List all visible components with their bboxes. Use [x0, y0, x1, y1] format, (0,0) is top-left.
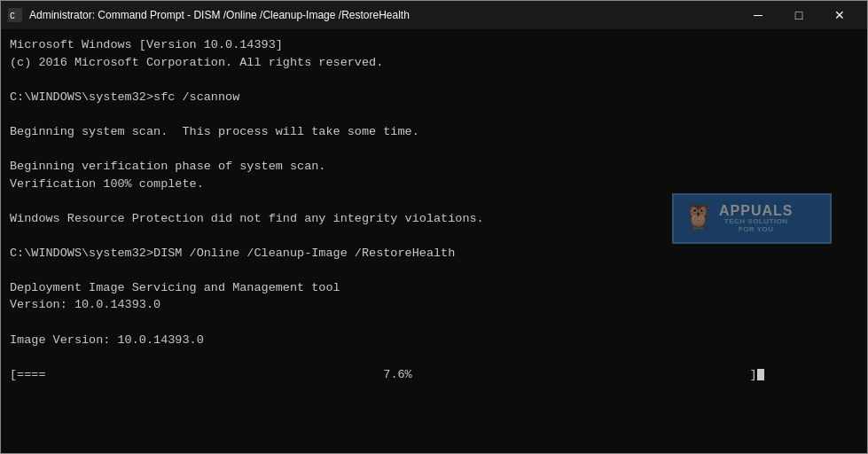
console-line: Image Version: 10.0.14393.0 [10, 332, 858, 349]
progress-prefix: [==== [10, 366, 46, 384]
console-line: Version: 10.0.14393.0 [10, 296, 858, 314]
console-line: Deployment Image Servicing and Managemen… [10, 279, 858, 297]
console-line: C:\WINDOWS\system32>sfc /scannow [10, 89, 858, 106]
console-line-empty [10, 140, 858, 158]
progress-suffix-spaces [412, 366, 750, 384]
console-line: Microsoft Windows [Version 10.0.14393] [10, 36, 858, 54]
console-line-empty [10, 348, 858, 366]
maximize-button[interactable]: □ [778, 1, 819, 29]
cursor [757, 369, 764, 380]
console-line-empty [10, 314, 858, 332]
watermark-text: APPUALS TECH SOLUTIONFOR YOU [719, 203, 793, 234]
title-bar: C Administrator: Command Prompt - DISM /… [1, 1, 867, 29]
console-line: Beginning verification phase of system s… [10, 158, 858, 176]
console-line: (c) 2016 Microsoft Corporation. All righ… [10, 54, 858, 72]
watermark-owl-icon: 🦉 [683, 200, 714, 237]
console-body: Microsoft Windows [Version 10.0.14393] (… [1, 29, 867, 453]
window: C Administrator: Command Prompt - DISM /… [0, 0, 868, 454]
progress-spaces [46, 366, 384, 384]
progress-bar-line: [==== 7.6% ] [10, 366, 858, 384]
console-line-empty [10, 262, 858, 279]
progress-end: ] [749, 366, 756, 384]
svg-text:C: C [10, 12, 15, 21]
title-bar-controls: ─ □ ✕ [738, 1, 860, 29]
console-line-empty [10, 106, 858, 123]
window-title: Administrator: Command Prompt - DISM /On… [29, 9, 410, 21]
cmd-icon: C [8, 8, 22, 22]
console-line-empty [10, 71, 858, 89]
close-button[interactable]: ✕ [819, 1, 860, 29]
console-line: Beginning system scan. This process will… [10, 123, 858, 141]
console-line: Verification 100% complete. [10, 176, 858, 193]
title-bar-left: C Administrator: Command Prompt - DISM /… [8, 8, 410, 22]
progress-percent: 7.6% [383, 366, 411, 384]
watermark: 🦉 APPUALS TECH SOLUTIONFOR YOU [672, 193, 832, 264]
minimize-button[interactable]: ─ [738, 1, 778, 29]
